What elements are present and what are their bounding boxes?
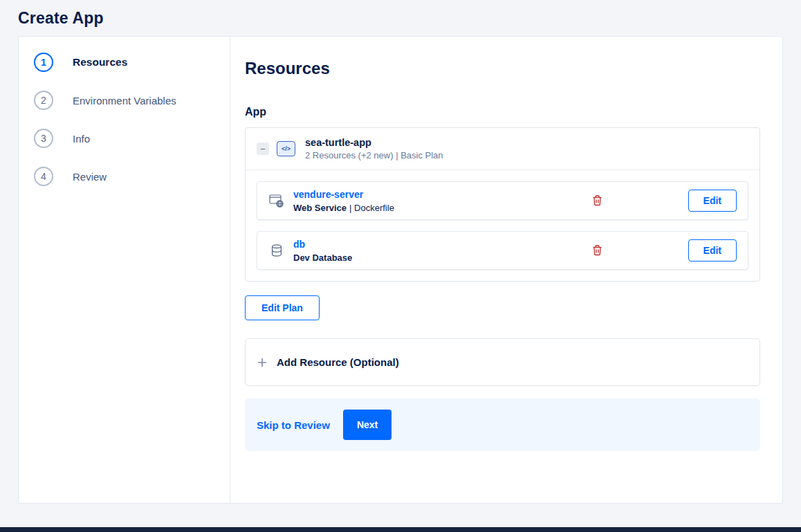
app-header: − </> sea-turtle-app 2 Resources (+2 new… — [246, 128, 759, 170]
app-summary: 2 Resources (+2 new) | Basic Plan — [305, 150, 443, 160]
resources-step-content: Resources App − </> sea-turtle-app 2 Res… — [230, 37, 782, 503]
stepper: 1 Resources 2 Environment Variables 3 In… — [19, 37, 230, 503]
next-button[interactable]: Next — [343, 410, 392, 440]
resource-text: vendure-server Web Service| Dockerfile — [293, 188, 584, 213]
bottom-footer-strip — [0, 527, 801, 532]
stepper-step-info[interactable]: 3 Info — [34, 129, 230, 148]
plus-icon — [257, 358, 267, 367]
app-name: sea-turtle-app — [305, 137, 443, 148]
app-resources-box: − </> sea-turtle-app 2 Resources (+2 new… — [245, 127, 760, 282]
resource-name-link[interactable]: db — [293, 239, 305, 250]
edit-resource-button[interactable]: Edit — [688, 239, 737, 262]
resource-name-link[interactable]: vendure-server — [293, 189, 363, 200]
step-number-badge: 2 — [34, 91, 53, 110]
resource-subtitle: Web Service| Dockerfile — [293, 203, 584, 213]
step-label: Environment Variables — [73, 95, 176, 107]
resource-row-db: db Dev Database Edit — [257, 231, 748, 270]
create-app-wizard-card: 1 Resources 2 Environment Variables 3 In… — [18, 36, 783, 504]
content-heading: Resources — [245, 59, 760, 78]
add-resource-button[interactable]: Add Resource (Optional) — [245, 338, 760, 386]
resource-row-vendure-server: vendure-server Web Service| Dockerfile — [257, 181, 748, 220]
resource-subtitle: Dev Database — [293, 253, 584, 263]
collapse-app-button[interactable]: − — [257, 143, 269, 155]
edit-resource-button[interactable]: Edit — [688, 190, 737, 212]
resource-rows: vendure-server Web Service| Dockerfile — [246, 170, 759, 281]
step-label: Review — [73, 171, 107, 183]
step-label: Resources — [73, 56, 127, 68]
resource-type: Dev Database — [293, 253, 352, 263]
code-icon: </> — [277, 141, 295, 156]
stepper-step-environment-variables[interactable]: 2 Environment Variables — [34, 91, 230, 110]
step-number-badge: 1 — [34, 53, 53, 72]
edit-plan-button[interactable]: Edit Plan — [245, 295, 320, 320]
delete-resource-icon[interactable] — [592, 195, 602, 206]
step-number-badge: 3 — [34, 129, 53, 148]
stepper-step-review[interactable]: 4 Review — [34, 167, 230, 186]
app-section-label: App — [245, 106, 760, 118]
app-title-block: sea-turtle-app 2 Resources (+2 new) | Ba… — [305, 137, 443, 160]
delete-resource-icon[interactable] — [592, 245, 602, 256]
page-title: Create App — [0, 0, 801, 36]
skip-to-review-link[interactable]: Skip to Review — [257, 419, 330, 431]
resource-text: db Dev Database — [293, 238, 584, 263]
stepper-step-resources[interactable]: 1 Resources — [34, 53, 230, 72]
wizard-footer-bar: Skip to Review Next — [245, 398, 760, 451]
step-label: Info — [73, 133, 90, 145]
web-service-icon — [268, 194, 285, 208]
step-number-badge: 4 — [34, 167, 53, 186]
resource-detail: | Dockerfile — [349, 203, 394, 213]
database-icon — [268, 244, 285, 257]
resource-type: Web Service — [293, 203, 347, 213]
add-resource-label: Add Resource (Optional) — [277, 356, 399, 368]
